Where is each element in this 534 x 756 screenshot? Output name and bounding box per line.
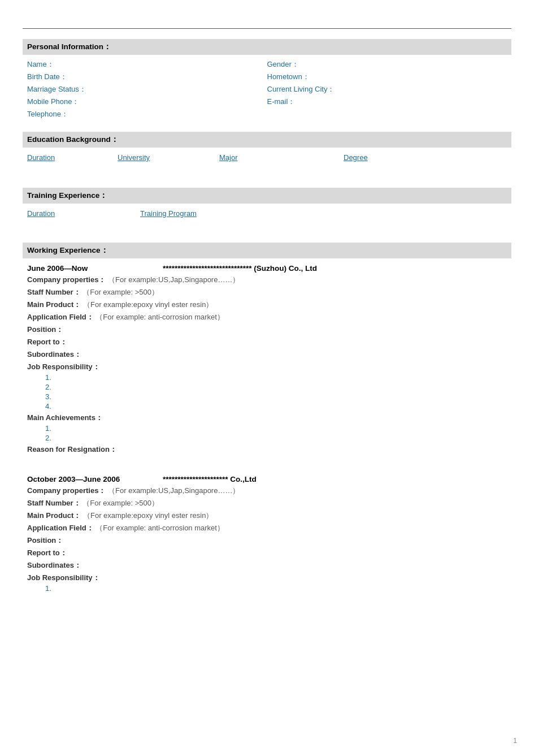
personal-info-header: Personal Information： <box>23 39 511 55</box>
job-1-job-responsibility: Job Responsibility： <box>23 361 511 373</box>
job-2-company: ********************** Co.,Ltd <box>163 475 257 483</box>
training-duration-col: Duration <box>27 209 140 218</box>
working-section: Working Experience： June 2006—Now ******… <box>23 243 511 593</box>
list-item: 2. <box>45 383 511 391</box>
mobile-phone-field: Mobile Phone： <box>27 97 267 107</box>
job-2-header: October 2003—June 2006 *****************… <box>23 473 511 485</box>
working-header: Working Experience： <box>23 243 511 258</box>
job-1-report-to: Report to： <box>23 336 511 348</box>
edu-university-col: University <box>118 153 219 162</box>
list-item: 1. <box>45 584 511 593</box>
training-row: Duration Training Program <box>23 207 511 220</box>
marriage-status-field: Marriage Status： <box>27 84 267 94</box>
job-1-main-achievements: Main Achievements： <box>23 412 511 424</box>
job-1-application-field: Application Field： （For example: anti-co… <box>23 311 511 323</box>
job-2: October 2003—June 2006 *****************… <box>23 473 511 593</box>
job-2-company-properties: Company properties： （For example:US,Jap,… <box>23 485 511 497</box>
page-number: 1 <box>513 737 517 745</box>
top-divider <box>23 28 511 29</box>
job-1-company: ****************************** (Suzhou) … <box>163 264 317 273</box>
email-field: E-mail： <box>267 97 507 107</box>
job-1-subordinates: Subordinates： <box>23 348 511 361</box>
name-field: Name： <box>27 59 267 70</box>
job-2-subordinates: Subordinates： <box>23 559 511 572</box>
hometown-field: Hometown： <box>267 72 507 82</box>
job-1-company-properties: Company properties： （For example:US,Jap,… <box>23 274 511 286</box>
job-1: June 2006—Now **************************… <box>23 262 511 456</box>
job-2-period: October 2003—June 2006 <box>27 475 129 483</box>
personal-info-section: Personal Information： Name： Gender： Birt… <box>23 39 511 120</box>
gender-field: Gender： <box>267 59 507 70</box>
list-item: 1. <box>45 424 511 433</box>
training-header: Training Experience： <box>23 188 511 204</box>
job-2-report-to: Report to： <box>23 547 511 559</box>
training-section: Training Experience： Duration Training P… <box>23 188 511 231</box>
telephone-field: Telephone： <box>27 109 267 119</box>
education-section: Education Background： Duration Universit… <box>23 132 511 176</box>
list-item: 4. <box>45 402 511 411</box>
job-2-job-responsibility: Job Responsibility： <box>23 572 511 584</box>
list-item: 3. <box>45 392 511 401</box>
job-2-responsibility-list: 1. <box>23 584 511 593</box>
job-1-achievements-list: 1. 2. <box>23 424 511 442</box>
job-2-staff-number: Staff Number： （For example: >500） <box>23 497 511 509</box>
edu-duration-col: Duration <box>27 153 118 162</box>
job-1-staff-number: Staff Number： （For example: >500） <box>23 286 511 299</box>
job-1-reason-resignation: Reason for Resignation： <box>23 443 511 456</box>
job-2-position: Position： <box>23 534 511 547</box>
personal-info-grid: Name： Gender： Birth Date： Hometown： Marr… <box>23 58 511 120</box>
edu-major-col: Major <box>219 153 344 162</box>
education-row: Duration University Major Degree <box>23 151 511 164</box>
current-city-field: Current Living City： <box>267 84 507 94</box>
job-1-header: June 2006—Now **************************… <box>23 262 511 274</box>
job-1-position: Position： <box>23 323 511 336</box>
list-item: 1. <box>45 373 511 382</box>
training-program-col: Training Program <box>140 209 507 218</box>
education-header: Education Background： <box>23 132 511 148</box>
job-1-responsibility-list: 1. 2. 3. 4. <box>23 373 511 411</box>
job-2-main-product: Main Product： （For example:epoxy vinyl e… <box>23 509 511 522</box>
birth-date-field: Birth Date： <box>27 72 267 82</box>
edu-degree-col: Degree <box>344 153 411 162</box>
job-2-application-field: Application Field： （For example: anti-co… <box>23 522 511 534</box>
job-1-period: June 2006—Now <box>27 264 129 273</box>
list-item: 2. <box>45 434 511 442</box>
job-1-main-product: Main Product： （For example:epoxy vinyl e… <box>23 299 511 311</box>
